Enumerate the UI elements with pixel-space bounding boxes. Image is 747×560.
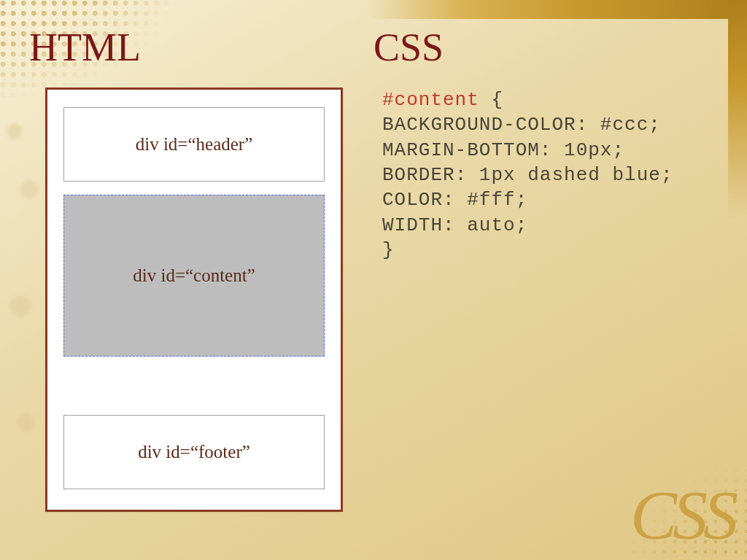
heading-css: CSS xyxy=(374,25,718,70)
heading-html: HTML xyxy=(29,25,374,70)
html-structure-diagram: div id=“header” div id=“content” div id=… xyxy=(45,88,343,512)
diagram-content-box: div id=“content” xyxy=(63,195,325,357)
diagram-header-box: div id=“header” xyxy=(63,107,325,182)
css-code-block: #content { background-color: #ccc; margi… xyxy=(382,88,718,262)
diagram-footer-box: div id=“footer” xyxy=(63,415,325,489)
